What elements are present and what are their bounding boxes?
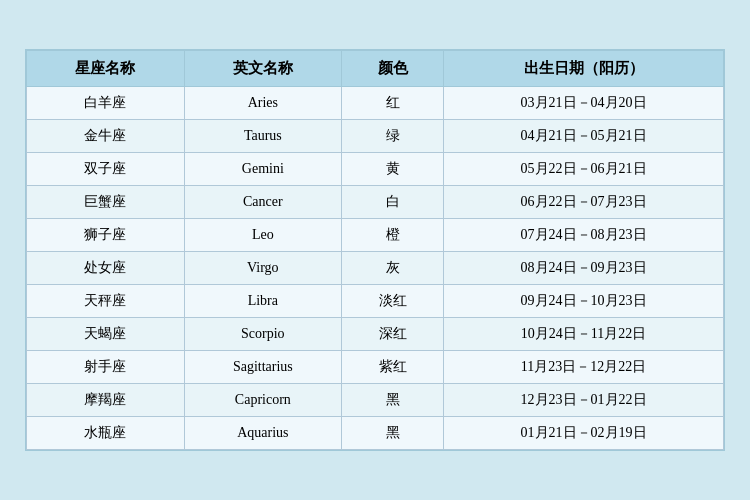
table-row: 天秤座Libra淡红09月24日－10月23日 xyxy=(27,285,724,318)
cell-chinese-name: 天蝎座 xyxy=(27,318,185,351)
zodiac-table-container: 星座名称 英文名称 颜色 出生日期（阳历） 白羊座Aries红03月21日－04… xyxy=(25,49,725,451)
cell-dates: 08月24日－09月23日 xyxy=(444,252,724,285)
table-row: 金牛座Taurus绿04月21日－05月21日 xyxy=(27,120,724,153)
cell-chinese-name: 水瓶座 xyxy=(27,417,185,450)
cell-dates: 05月22日－06月21日 xyxy=(444,153,724,186)
cell-color: 红 xyxy=(342,87,444,120)
cell-chinese-name: 白羊座 xyxy=(27,87,185,120)
cell-dates: 12月23日－01月22日 xyxy=(444,384,724,417)
table-row: 射手座Sagittarius紫红11月23日－12月22日 xyxy=(27,351,724,384)
cell-chinese-name: 狮子座 xyxy=(27,219,185,252)
table-row: 狮子座Leo橙07月24日－08月23日 xyxy=(27,219,724,252)
table-row: 双子座Gemini黄05月22日－06月21日 xyxy=(27,153,724,186)
cell-chinese-name: 巨蟹座 xyxy=(27,186,185,219)
table-row: 处女座Virgo灰08月24日－09月23日 xyxy=(27,252,724,285)
table-header-row: 星座名称 英文名称 颜色 出生日期（阳历） xyxy=(27,51,724,87)
cell-dates: 11月23日－12月22日 xyxy=(444,351,724,384)
cell-dates: 09月24日－10月23日 xyxy=(444,285,724,318)
cell-english-name: Libra xyxy=(184,285,342,318)
cell-chinese-name: 金牛座 xyxy=(27,120,185,153)
zodiac-table: 星座名称 英文名称 颜色 出生日期（阳历） 白羊座Aries红03月21日－04… xyxy=(26,50,724,450)
cell-chinese-name: 天秤座 xyxy=(27,285,185,318)
cell-english-name: Virgo xyxy=(184,252,342,285)
cell-color: 白 xyxy=(342,186,444,219)
cell-chinese-name: 射手座 xyxy=(27,351,185,384)
cell-dates: 07月24日－08月23日 xyxy=(444,219,724,252)
cell-color: 淡红 xyxy=(342,285,444,318)
table-body: 白羊座Aries红03月21日－04月20日金牛座Taurus绿04月21日－0… xyxy=(27,87,724,450)
table-row: 水瓶座Aquarius黑01月21日－02月19日 xyxy=(27,417,724,450)
cell-dates: 01月21日－02月19日 xyxy=(444,417,724,450)
cell-english-name: Capricorn xyxy=(184,384,342,417)
cell-color: 黄 xyxy=(342,153,444,186)
cell-color: 橙 xyxy=(342,219,444,252)
cell-dates: 04月21日－05月21日 xyxy=(444,120,724,153)
cell-chinese-name: 双子座 xyxy=(27,153,185,186)
cell-english-name: Taurus xyxy=(184,120,342,153)
cell-color: 绿 xyxy=(342,120,444,153)
cell-english-name: Leo xyxy=(184,219,342,252)
cell-english-name: Aquarius xyxy=(184,417,342,450)
cell-english-name: Cancer xyxy=(184,186,342,219)
table-row: 天蝎座Scorpio深红10月24日－11月22日 xyxy=(27,318,724,351)
table-row: 巨蟹座Cancer白06月22日－07月23日 xyxy=(27,186,724,219)
cell-english-name: Aries xyxy=(184,87,342,120)
header-english-name: 英文名称 xyxy=(184,51,342,87)
cell-english-name: Gemini xyxy=(184,153,342,186)
cell-color: 紫红 xyxy=(342,351,444,384)
header-dates: 出生日期（阳历） xyxy=(444,51,724,87)
cell-color: 黑 xyxy=(342,384,444,417)
cell-color: 深红 xyxy=(342,318,444,351)
header-chinese-name: 星座名称 xyxy=(27,51,185,87)
cell-dates: 06月22日－07月23日 xyxy=(444,186,724,219)
cell-dates: 10月24日－11月22日 xyxy=(444,318,724,351)
cell-dates: 03月21日－04月20日 xyxy=(444,87,724,120)
cell-english-name: Scorpio xyxy=(184,318,342,351)
cell-english-name: Sagittarius xyxy=(184,351,342,384)
cell-chinese-name: 处女座 xyxy=(27,252,185,285)
cell-chinese-name: 摩羯座 xyxy=(27,384,185,417)
cell-color: 黑 xyxy=(342,417,444,450)
table-row: 摩羯座Capricorn黑12月23日－01月22日 xyxy=(27,384,724,417)
table-row: 白羊座Aries红03月21日－04月20日 xyxy=(27,87,724,120)
header-color: 颜色 xyxy=(342,51,444,87)
cell-color: 灰 xyxy=(342,252,444,285)
